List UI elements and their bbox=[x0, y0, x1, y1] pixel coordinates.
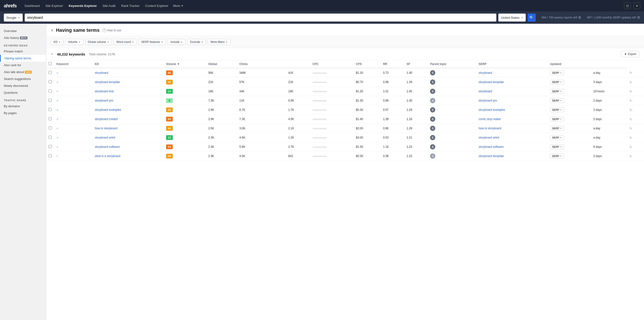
select-all-checkbox[interactable] bbox=[48, 62, 52, 65]
sidebar-item-ads-history[interactable]: Ads historyBETA bbox=[0, 34, 46, 41]
sidebar-item-also-talk-about[interactable]: Also talk aboutNEW bbox=[0, 69, 46, 75]
serp-button-7[interactable]: SERP ▼ bbox=[550, 135, 564, 140]
parent-topic-link-4[interactable]: storyboard examples bbox=[478, 108, 505, 112]
keyword-link-0[interactable]: storyboard bbox=[95, 71, 108, 75]
parent-topic-link-0[interactable]: storyboard bbox=[478, 71, 492, 75]
filter-btn-more-filters[interactable]: More filters▼ bbox=[208, 39, 230, 45]
th-volume[interactable]: Volume ▼ bbox=[164, 60, 206, 68]
serp-button-4[interactable]: SERP ▼ bbox=[550, 107, 564, 112]
chevron-down-icon: ▼ bbox=[560, 90, 562, 93]
row-checkbox-1[interactable] bbox=[48, 80, 52, 83]
row-checkbox-5[interactable] bbox=[48, 117, 52, 120]
how-to-use-button[interactable]: ? How to use bbox=[102, 29, 121, 32]
nav-link-site-audit[interactable]: Site Audit bbox=[100, 3, 118, 9]
refresh-icon-5[interactable]: ↻ bbox=[630, 117, 632, 121]
filter-btn-serp-features[interactable]: SERP features▼ bbox=[138, 39, 166, 45]
sidebar-item-questions[interactable]: Questions bbox=[0, 89, 46, 96]
refresh-icon-6[interactable]: ↻ bbox=[630, 127, 632, 130]
weekly-reports-help[interactable]: ? bbox=[578, 16, 581, 19]
keyword-link-8[interactable]: storyboard software bbox=[95, 145, 120, 149]
nav-link-dashboard[interactable]: Dashboard bbox=[22, 3, 42, 9]
nav-more-button[interactable]: More ▼ bbox=[170, 3, 186, 9]
filter-btn-exclude[interactable]: Exclude▼ bbox=[188, 39, 206, 45]
sidebar-item-search-suggestions[interactable]: Search suggestions bbox=[0, 75, 46, 82]
keyword-link-4[interactable]: storyboard examples bbox=[95, 108, 121, 112]
filter-btn-word-count[interactable]: Word count▼ bbox=[114, 39, 137, 45]
country-select[interactable]: United States ▼ bbox=[498, 14, 526, 22]
clicks-bar bbox=[312, 100, 327, 102]
drag-handle-icon[interactable]: ≡ bbox=[51, 52, 53, 56]
keyword-link-7[interactable]: storyboard artist bbox=[95, 136, 115, 139]
page-title: Having same terms bbox=[56, 28, 99, 33]
search-engine-select[interactable]: Google ▼ bbox=[4, 14, 23, 22]
refresh-icon-8[interactable]: ↻ bbox=[630, 145, 632, 149]
keyword-link-2[interactable]: storyboard that bbox=[95, 90, 114, 93]
row-checkbox-0[interactable] bbox=[48, 71, 52, 74]
filter-btn-global-volume[interactable]: Global volume▼ bbox=[85, 39, 112, 45]
parent-topic-link-8[interactable]: storyboard software bbox=[478, 145, 504, 149]
nav-link-site-explorer[interactable]: Site Explorer bbox=[43, 3, 66, 9]
row-clicks-bar-cell bbox=[310, 142, 354, 152]
sidebar-item-having-same-terms[interactable]: Having same terms bbox=[0, 55, 46, 62]
window-icon-button[interactable]: ⊡ bbox=[624, 2, 631, 9]
keyword-link-5[interactable]: storyboard creator bbox=[95, 117, 118, 121]
serp-button-6[interactable]: SERP ▼ bbox=[550, 126, 564, 131]
row-parent-topic-cell: storyboard template bbox=[476, 152, 548, 161]
parent-topic-link-1[interactable]: storyboard template bbox=[478, 80, 504, 84]
sidebar-item-phrase-match[interactable]: Phrase match bbox=[0, 48, 46, 55]
filter-btn-volume[interactable]: Volume▼ bbox=[66, 39, 84, 45]
row-checkbox-9[interactable] bbox=[48, 154, 52, 157]
sidebar-item-by-domains[interactable]: By domains bbox=[0, 103, 46, 110]
monthly-serp-help[interactable]: ? bbox=[637, 16, 640, 19]
nav-link-rank-tracker[interactable]: Rank Tracker bbox=[119, 3, 142, 9]
refresh-icon-9[interactable]: ↻ bbox=[630, 154, 632, 158]
keyword-link-3[interactable]: storyboard pro bbox=[95, 99, 113, 102]
serp-button-1[interactable]: SERP ▼ bbox=[550, 80, 564, 85]
parent-topic-link-2[interactable]: storyboard bbox=[478, 90, 492, 93]
serp-button-3[interactable]: SERP ▼ bbox=[550, 98, 564, 103]
sidebar-item-also-rank-for[interactable]: Also rank for bbox=[0, 62, 46, 69]
chevron-down-icon: ▼ bbox=[560, 72, 562, 74]
hamburger-icon[interactable]: ≡ bbox=[51, 28, 53, 33]
sidebar-item-overview[interactable]: Overview bbox=[0, 28, 46, 34]
serp-button-2[interactable]: SERP ▼ bbox=[550, 89, 564, 94]
row-checkbox-6[interactable] bbox=[48, 126, 52, 130]
row-checkbox-4[interactable] bbox=[48, 108, 52, 111]
export-button[interactable]: ⬇ Export bbox=[621, 51, 639, 57]
row-checkbox-3[interactable] bbox=[48, 99, 52, 102]
keyword-link-1[interactable]: storyboard template bbox=[95, 80, 120, 84]
nav-link-keywords-explorer[interactable]: Keywords Explorer bbox=[66, 3, 99, 9]
serp-button-5[interactable]: SERP ▼ bbox=[550, 117, 564, 121]
search-input[interactable] bbox=[27, 16, 494, 20]
keyword-link-6[interactable]: how to storyboard bbox=[95, 127, 117, 130]
serp-button-9[interactable]: SERP ▼ bbox=[550, 154, 564, 158]
filter-btn-include[interactable]: Include▼ bbox=[168, 39, 186, 45]
nav-link-content-explorer[interactable]: Content Explorer bbox=[143, 3, 171, 9]
parent-topic-link-3[interactable]: storyboard pro bbox=[478, 99, 497, 102]
chevron-down-icon: ▼ bbox=[201, 41, 204, 44]
row-checkbox-2[interactable] bbox=[48, 89, 52, 93]
parent-topic-link-9[interactable]: storyboard template bbox=[478, 154, 504, 158]
parent-topic-link-6[interactable]: how to storyboard bbox=[478, 127, 501, 130]
row-checkbox-8[interactable] bbox=[48, 145, 52, 148]
row-checkbox-7[interactable] bbox=[48, 136, 52, 139]
filter-btn-kd[interactable]: KD▼ bbox=[51, 39, 64, 45]
refresh-icon-4[interactable]: ↻ bbox=[630, 108, 632, 112]
refresh-icon-7[interactable]: ↻ bbox=[630, 136, 632, 139]
check-icon: ✓ bbox=[56, 108, 58, 111]
row-clicks-cell: 4.0K bbox=[286, 115, 310, 124]
keyword-link-9[interactable]: what is a storyboard bbox=[95, 154, 120, 158]
sidebar-item-by-pages[interactable]: By pages bbox=[0, 110, 46, 117]
serp-button-0[interactable]: SERP ▼ bbox=[550, 71, 564, 75]
refresh-icon-0[interactable]: ↻ bbox=[630, 71, 632, 75]
parent-topic-link-7[interactable]: storyboard artist bbox=[478, 136, 499, 139]
chevron-down-button[interactable]: ▾ bbox=[634, 2, 640, 9]
serp-button-8[interactable]: SERP ▼ bbox=[550, 144, 564, 149]
search-button[interactable]: 🔍 bbox=[528, 14, 536, 22]
refresh-icon-1[interactable]: ↻ bbox=[630, 80, 632, 84]
sidebar-item-newly-discovered[interactable]: Newly discovered bbox=[0, 82, 46, 89]
parent-topic-link-5[interactable]: comic strip maker bbox=[478, 117, 501, 121]
refresh-icon-2[interactable]: ↻ bbox=[630, 90, 632, 93]
logo[interactable]: ahrefs bbox=[4, 3, 16, 9]
refresh-icon-3[interactable]: ↻ bbox=[630, 99, 632, 103]
